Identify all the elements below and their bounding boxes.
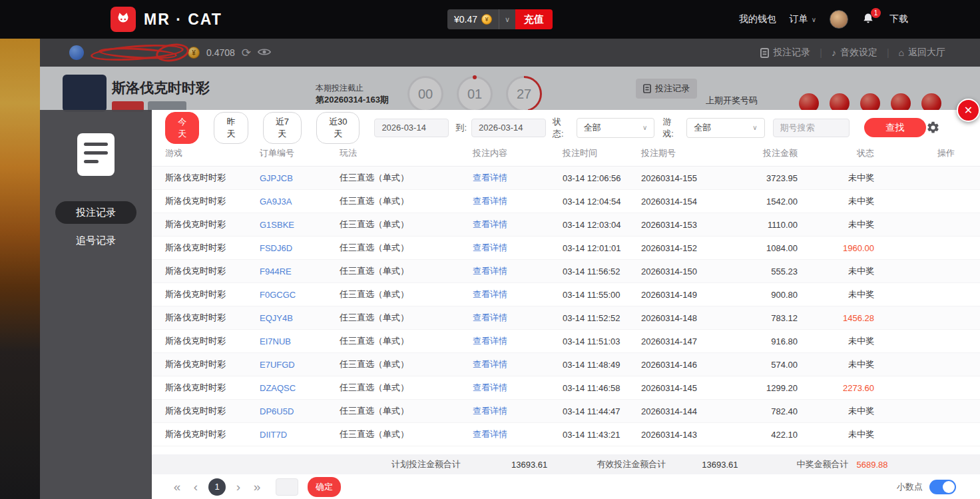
filter-bar: 今天 昨天 近7天 近30天 到: 状态: 全部 ∨ 游戏: 全部 ∨ 查找 (152, 110, 980, 140)
table-row: 斯洛伐克时时彩 GJPJCB 任三直选（单式） 查看详情 03-14 12:06… (152, 167, 980, 190)
bet-records-modal: 投注记录 追号记录 今天 昨天 近7天 近30天 到: 状态: 全部 ∨ 游戏:… (40, 110, 980, 499)
brand[interactable]: MR · CAT (111, 7, 222, 32)
view-detail-link[interactable]: 查看详情 (473, 336, 507, 346)
first-page-button[interactable]: « (168, 480, 186, 494)
order-id-link[interactable]: EI7NUB (260, 336, 291, 346)
sidebar-item-bet-records[interactable]: 投注记录 (55, 201, 136, 224)
chevron-down-icon: ∨ (505, 15, 510, 24)
order-id-link[interactable]: DZAQSC (260, 383, 296, 393)
cell-period: 20260314-153 (641, 220, 728, 230)
view-detail-link[interactable]: 查看详情 (473, 406, 507, 416)
cell-bet-time: 03-14 11:46:58 (563, 383, 641, 393)
view-detail-link[interactable]: 查看详情 (473, 429, 507, 439)
filter-yesterday-button[interactable]: 昨天 (214, 112, 248, 144)
order-id-link[interactable]: GA9J3A (260, 197, 292, 207)
chevron-down-icon: ∨ (812, 16, 816, 23)
cell-status: 2273.60 (843, 383, 874, 393)
cell-play-type: 任三直选（单式） (340, 405, 473, 417)
cell-bet-time: 03-14 11:55:00 (563, 290, 641, 300)
download-link[interactable]: 下载 (889, 13, 908, 25)
valid-total-value: 13693.61 (702, 460, 738, 470)
cell-bet-time: 03-14 12:06:56 (563, 173, 641, 183)
status-select[interactable]: 全部 ∨ (577, 118, 654, 138)
orders-label: 订单 (790, 13, 808, 25)
notifications-button[interactable]: 1 (861, 11, 876, 27)
filter-today-button[interactable]: 今天 (165, 112, 199, 144)
page-number-input[interactable] (276, 478, 298, 496)
cell-bet-time: 03-14 12:03:04 (563, 220, 641, 230)
topbar-right: 我的钱包 订单 ∨ 1 下载 (739, 0, 908, 39)
cell-play-type: 任三直选（单式） (340, 242, 473, 254)
decimal-toggle[interactable] (929, 480, 956, 494)
user-avatar[interactable] (830, 10, 848, 29)
view-detail-link[interactable]: 查看详情 (473, 196, 507, 206)
wallet-balance[interactable]: ¥0.47 ¥ (447, 9, 499, 29)
header-amount: 投注金额 (728, 147, 798, 159)
balance-dropdown[interactable]: ∨ (499, 9, 515, 29)
decimal-setting: 小数点 (897, 480, 956, 494)
my-wallet-link[interactable]: 我的钱包 (739, 13, 776, 25)
recharge-button[interactable]: 充值 (515, 9, 553, 29)
order-id-link[interactable]: DP6U5D (260, 406, 294, 416)
cell-status: 1960.00 (843, 243, 874, 253)
view-detail-link[interactable]: 查看详情 (473, 219, 507, 229)
view-detail-link[interactable]: 查看详情 (473, 312, 507, 322)
order-id-link[interactable]: DIIT7D (260, 430, 287, 440)
game-select[interactable]: 全部 ∨ (686, 118, 764, 138)
prev-page-button[interactable]: ‹ (186, 480, 205, 494)
table-row: 斯洛伐克时时彩 DIIT7D 任三直选（单式） 查看详情 03-14 11:43… (152, 423, 980, 446)
view-detail-link[interactable]: 查看详情 (473, 359, 507, 369)
view-detail-link[interactable]: 查看详情 (473, 173, 507, 183)
order-id-link[interactable]: E7UFGD (260, 360, 295, 370)
table-row: 斯洛伐克时时彩 E7UFGD 任三直选（单式） 查看详情 03-14 11:48… (152, 353, 980, 376)
view-detail-link[interactable]: 查看详情 (473, 289, 507, 299)
sidebar-item-chase-records[interactable]: 追号记录 (55, 229, 136, 252)
cell-period: 20260314-149 (641, 290, 728, 300)
cell-bet-time: 03-14 11:52:52 (563, 313, 641, 323)
next-page-button[interactable]: › (229, 480, 248, 494)
cell-period: 20260314-154 (641, 197, 728, 207)
cell-period: 20260314-150 (641, 266, 728, 276)
header-status: 状态 (798, 147, 874, 159)
cell-play-type: 任三直选（单式） (340, 219, 473, 231)
modal-sidebar: 投注记录 追号记录 (40, 110, 152, 499)
close-modal-button[interactable]: ✕ (957, 99, 980, 122)
table-header: 游戏 订单编号 玩法 投注内容 投注时间 投注期号 投注金额 状态 操作 (152, 140, 980, 167)
order-id-link[interactable]: EQJY4B (260, 313, 293, 323)
cell-status: 未中奖 (848, 196, 874, 206)
period-search-input[interactable] (773, 119, 850, 137)
table-rows: 斯洛伐克时时彩 GJPJCB 任三直选（单式） 查看详情 03-14 12:06… (152, 167, 980, 446)
planned-total-label: 计划投注金额合计 (391, 458, 461, 470)
view-detail-link[interactable]: 查看详情 (473, 266, 507, 276)
cell-game: 斯洛伐克时时彩 (165, 335, 260, 347)
orders-menu[interactable]: 订单 ∨ (790, 13, 816, 25)
filter-7days-button[interactable]: 近7天 (263, 112, 302, 144)
order-id-link[interactable]: F944RE (260, 266, 292, 276)
view-detail-link[interactable]: 查看详情 (473, 243, 507, 252)
filter-30days-button[interactable]: 近30天 (316, 112, 360, 144)
date-from-input[interactable] (374, 119, 449, 137)
cell-game: 斯洛伐克时时彩 (165, 242, 260, 254)
brand-name: MR · CAT (144, 11, 222, 29)
cell-amount: 422.10 (728, 430, 798, 440)
cell-amount: 900.80 (728, 290, 798, 300)
search-button[interactable]: 查找 (864, 118, 926, 137)
date-to-input[interactable] (471, 119, 546, 137)
cell-game: 斯洛伐克时时彩 (165, 172, 260, 184)
cell-game: 斯洛伐克时时彩 (165, 312, 260, 324)
gear-icon[interactable] (926, 121, 940, 135)
order-id-link[interactable]: FSDJ6D (260, 243, 292, 253)
mrcat-logo-icon (111, 7, 136, 32)
confirm-page-button[interactable]: 确定 (308, 477, 341, 497)
order-id-link[interactable]: GJPJCB (260, 173, 293, 183)
order-id-link[interactable]: G1SBKE (260, 220, 294, 230)
last-page-button[interactable]: » (248, 480, 266, 494)
table-row: 斯洛伐克时时彩 DZAQSC 任三直选（单式） 查看详情 03-14 11:46… (152, 376, 980, 400)
cell-period: 20260314-147 (641, 336, 728, 346)
view-detail-link[interactable]: 查看详情 (473, 382, 507, 392)
win-total-value: 5689.88 (856, 460, 887, 470)
current-page-button[interactable]: 1 (208, 478, 226, 496)
header-order-id: 订单编号 (260, 147, 340, 159)
order-id-link[interactable]: F0GCGC (260, 290, 296, 300)
screen: ¥ 0.4708 ⟳ 投注记录 | ♪ (0, 0, 980, 499)
